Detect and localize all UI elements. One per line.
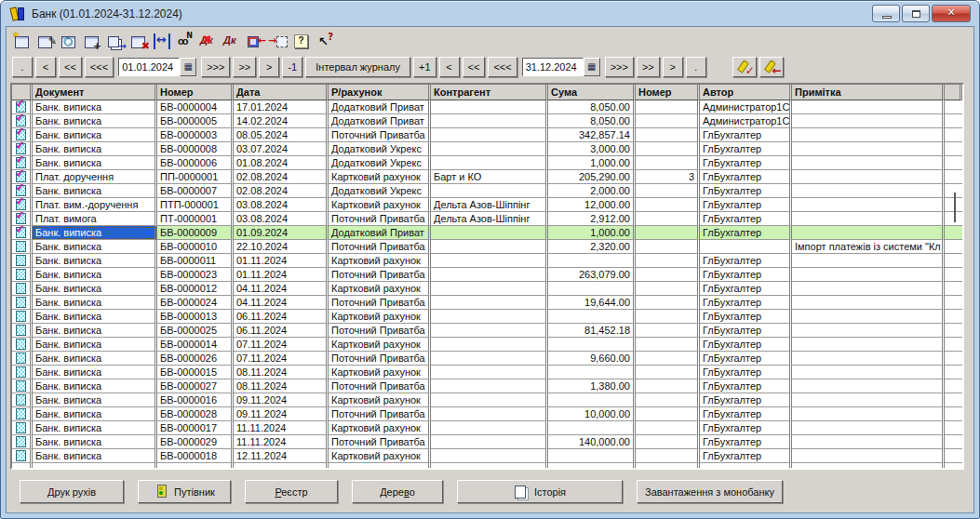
cell-note[interactable] bbox=[792, 296, 945, 310]
cell-number[interactable]: ПП-0000001 bbox=[157, 170, 234, 184]
cell-author[interactable]: ГлБухгалтер bbox=[700, 268, 792, 282]
cell-date[interactable]: 03.07.2024 bbox=[234, 142, 329, 156]
cell-account[interactable]: Картковий рахунок bbox=[329, 254, 431, 268]
monobank-load-button[interactable]: Завантаження з монобанку bbox=[637, 480, 783, 503]
cell-document[interactable]: Банк. виписка bbox=[33, 240, 157, 254]
cell-number2[interactable] bbox=[636, 198, 700, 212]
doc-status-icon[interactable] bbox=[12, 226, 33, 240]
cell-sum[interactable] bbox=[548, 254, 636, 268]
cell-date[interactable]: 08.05.2024 bbox=[234, 128, 329, 142]
cell-counterparty[interactable] bbox=[431, 435, 548, 449]
cell-author[interactable]: ГлБухгалтер bbox=[700, 407, 792, 421]
cell-account[interactable]: Поточний Приватба bbox=[329, 128, 431, 142]
cell-account[interactable]: Картковий рахунок bbox=[329, 449, 431, 463]
doc-status-icon[interactable] bbox=[12, 296, 33, 310]
cell-counterparty[interactable] bbox=[431, 366, 548, 379]
cell-number[interactable]: БВ-0000014 bbox=[157, 338, 234, 352]
table-row[interactable]: Банк. виписка БВ-0000016 09.11.2024 Карт… bbox=[12, 393, 962, 407]
cell-counterparty[interactable] bbox=[431, 338, 548, 352]
cell-document[interactable]: Плат. доручення bbox=[33, 170, 157, 184]
nav-button[interactable]: > bbox=[259, 57, 279, 77]
cell-counterparty[interactable]: Дельта Азов-Шіппінг bbox=[431, 198, 548, 212]
cell-number2[interactable] bbox=[636, 240, 700, 254]
cell-number2[interactable] bbox=[636, 324, 700, 338]
cell-account[interactable]: Додатковий Укрекс bbox=[329, 156, 431, 170]
tree-button[interactable]: Дерево bbox=[352, 480, 443, 503]
cell-date[interactable]: 09.11.2024 bbox=[234, 393, 329, 407]
help-icon[interactable] bbox=[293, 33, 310, 49]
cell-document[interactable]: Банк. виписка bbox=[33, 310, 157, 324]
table-row[interactable]: Банк. виписка БВ-0000005 14.02.2024 Дода… bbox=[12, 114, 962, 128]
table-row[interactable]: Банк. виписка БВ-0000006 01.08.2024 Дода… bbox=[12, 156, 962, 170]
edit-row-icon[interactable] bbox=[37, 33, 54, 49]
cell-account[interactable]: Поточний Приватба bbox=[329, 352, 431, 366]
cell-number2[interactable] bbox=[636, 338, 700, 352]
cell-date[interactable]: 07.11.2024 bbox=[234, 338, 329, 352]
filter-set-button[interactable] bbox=[732, 57, 757, 77]
cell-date[interactable]: 12.11.2024 bbox=[234, 449, 329, 463]
cell-number2[interactable] bbox=[636, 449, 700, 463]
cell-date[interactable]: 06.11.2024 bbox=[234, 324, 329, 338]
cell-document[interactable]: Банк. виписка bbox=[33, 282, 157, 296]
cell-sum[interactable]: 19,644.00 bbox=[548, 296, 636, 310]
cell-counterparty[interactable] bbox=[431, 393, 548, 407]
cell-sum[interactable]: 263,079.00 bbox=[548, 268, 636, 282]
cell-note[interactable] bbox=[792, 114, 945, 128]
cell-sum[interactable]: 205,290.00 bbox=[548, 170, 636, 184]
cell-number2[interactable] bbox=[636, 393, 700, 407]
cell-number[interactable]: БВ-0000025 bbox=[157, 324, 234, 338]
cell-document[interactable]: Банк. виписка bbox=[33, 435, 157, 449]
register-button[interactable]: Реєстр bbox=[245, 480, 338, 503]
cell-account[interactable]: Додатковий Укрекс bbox=[329, 142, 431, 156]
cell-note[interactable] bbox=[792, 128, 945, 142]
nav-button[interactable]: <<< bbox=[85, 57, 114, 77]
cell-number[interactable]: БВ-0000003 bbox=[157, 128, 234, 142]
doc-status-icon[interactable] bbox=[12, 421, 33, 435]
cell-document[interactable]: Банк. виписка bbox=[33, 268, 157, 282]
table-row[interactable]: Банк. виписка БВ-0000029 11.11.2024 Пото… bbox=[12, 435, 962, 449]
minimize-button[interactable] bbox=[872, 5, 900, 22]
cell-note[interactable] bbox=[792, 435, 945, 449]
doc-status-icon[interactable] bbox=[12, 310, 33, 324]
cell-document[interactable]: Банк. виписка bbox=[33, 421, 157, 435]
cell-number2[interactable] bbox=[636, 379, 700, 393]
doc-status-icon[interactable] bbox=[12, 240, 33, 254]
cell-date[interactable]: 04.11.2024 bbox=[234, 296, 329, 310]
cell-number2[interactable] bbox=[636, 282, 700, 296]
cell-document[interactable]: Банк. виписка bbox=[33, 254, 157, 268]
nav-button[interactable]: >> bbox=[637, 57, 660, 77]
cell-sum[interactable]: 12,000.00 bbox=[548, 198, 636, 212]
table-row[interactable]: Банк. виписка БВ-0000018 12.11.2024 Карт… bbox=[12, 449, 962, 463]
cell-number2[interactable] bbox=[636, 156, 700, 170]
cell-account[interactable]: Картковий рахунок bbox=[329, 338, 431, 352]
cell-number2[interactable] bbox=[636, 407, 700, 421]
cell-document[interactable]: Банк. виписка bbox=[33, 366, 157, 379]
dk-on-icon[interactable] bbox=[223, 33, 240, 49]
cell-account[interactable]: Картковий рахунок bbox=[329, 421, 431, 435]
cell-date[interactable]: 17.01.2024 bbox=[234, 100, 329, 114]
cell-sum[interactable] bbox=[548, 449, 636, 463]
cell-date[interactable]: 07.11.2024 bbox=[234, 352, 329, 366]
table-row[interactable]: Банк. виписка БВ-0000014 07.11.2024 Карт… bbox=[12, 338, 962, 352]
doc-status-icon[interactable] bbox=[12, 435, 33, 449]
plus-one-button[interactable]: +1 bbox=[413, 57, 436, 77]
cell-note[interactable] bbox=[792, 379, 945, 393]
cell-document[interactable]: Банк. виписка bbox=[33, 449, 157, 463]
cell-number2[interactable] bbox=[636, 212, 700, 226]
cell-author[interactable]: ГлБухгалтер bbox=[700, 184, 792, 198]
cell-author[interactable]: ГлБухгалтер bbox=[700, 338, 792, 352]
cell-note[interactable] bbox=[792, 226, 945, 240]
cell-date[interactable]: 04.11.2024 bbox=[234, 282, 329, 296]
cell-number[interactable]: БВ-0000015 bbox=[157, 366, 234, 379]
cell-number[interactable]: ПТП-000001 bbox=[157, 198, 234, 212]
cell-author[interactable]: ГлБухгалтер bbox=[700, 421, 792, 435]
cell-date[interactable]: 02.08.2024 bbox=[234, 170, 329, 184]
cell-counterparty[interactable] bbox=[431, 240, 548, 254]
cell-note[interactable] bbox=[792, 100, 945, 114]
cell-sum[interactable]: 1,000.00 bbox=[548, 156, 636, 170]
cell-author[interactable]: ГлБухгалтер bbox=[700, 352, 792, 366]
cell-number[interactable]: БВ-0000012 bbox=[157, 282, 234, 296]
doc-status-icon[interactable] bbox=[12, 393, 33, 407]
doc-status-icon[interactable] bbox=[12, 366, 33, 379]
cell-note[interactable] bbox=[792, 268, 945, 282]
